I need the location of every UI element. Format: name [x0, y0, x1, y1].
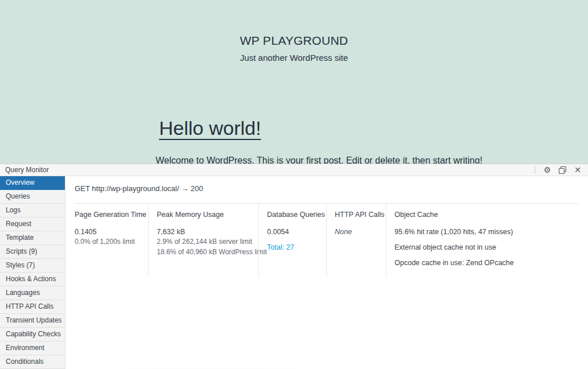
wordpress-site-front-page: WP PLAYGROUND Just another WordPress sit… — [0, 0, 588, 164]
panel-position-glyph — [559, 166, 566, 174]
tab-scripts[interactable]: Scripts (9) — [0, 245, 65, 259]
post-title-link[interactable]: Hello world! — [159, 117, 261, 139]
page-generation-time-limit: 0.0% of 1,200s limit — [75, 237, 140, 247]
page-generation-time-heading: Page Generation Time — [75, 211, 140, 219]
actions-separator — [535, 166, 535, 174]
panel-position-icon[interactable] — [556, 165, 568, 175]
panel-actions: ⚙ ✕ — [535, 164, 583, 176]
peak-memory-usage-value: 7,632 kB — [157, 227, 250, 237]
peak-memory-wp-limit: 18.6% of 40,960 kB WordPress limit — [157, 247, 250, 257]
database-queries-cell: Database Queries 0.0054 Total: 27 — [258, 204, 326, 277]
tab-http-api-calls[interactable]: HTTP API Calls — [0, 300, 65, 314]
http-api-calls-value: None — [335, 227, 378, 237]
bottom-shadow — [77, 356, 588, 369]
tab-capability-checks[interactable]: Capability Checks — [0, 328, 65, 341]
page-generation-time-cell: Page Generation Time 0.1405 0.0% of 1,20… — [75, 204, 148, 277]
tab-hooks-actions[interactable]: Hooks & Actions — [0, 273, 65, 286]
panel-title: Query Monitor — [5, 166, 49, 174]
peak-memory-server-limit: 2.9% of 262,144 kB server limit — [157, 237, 250, 247]
settings-icon[interactable]: ⚙ — [541, 165, 554, 175]
tab-queries[interactable]: Queries — [0, 190, 65, 204]
request-summary: GET http://wp-playground.local/ → 200 — [65, 176, 588, 199]
close-icon[interactable]: ✕ — [572, 165, 583, 175]
tab-template[interactable]: Template — [0, 231, 65, 245]
database-queries-heading: Database Queries — [267, 211, 318, 219]
object-cache-cell: Object Cache 95.6% hit rate (1,020 hits,… — [386, 204, 579, 277]
overview-table: Page Generation Time 0.1405 0.0% of 1,20… — [75, 204, 579, 277]
tab-logs[interactable]: Logs — [0, 204, 65, 217]
tab-request[interactable]: Request — [0, 217, 65, 231]
post-excerpt: Welcome to WordPress. This is your first… — [156, 156, 523, 164]
page-generation-time-value: 0.1405 — [75, 227, 140, 237]
query-monitor-titlebar: Query Monitor ⚙ ✕ — [0, 164, 588, 176]
http-api-calls-cell: HTTP API Calls None — [326, 204, 386, 277]
tab-environment[interactable]: Environment — [0, 341, 65, 355]
tab-conditionals[interactable]: Conditionals — [0, 355, 65, 369]
tab-overview[interactable]: Overview — [0, 176, 65, 190]
site-title: WP PLAYGROUND — [0, 34, 588, 48]
database-queries-total-link[interactable]: Total: 27 — [267, 243, 294, 251]
http-api-calls-heading: HTTP API Calls — [335, 211, 378, 219]
query-monitor-panel: Query Monitor ⚙ ✕ Overview Queries Logs — [0, 164, 588, 369]
object-cache-hit-rate: 95.6% hit rate (1,020 hits, 47 misses) — [394, 227, 571, 237]
object-cache-opcode: Opcode cache in use: Zend OPcache — [394, 258, 571, 268]
overview-panel: GET http://wp-playground.local/ → 200 Pa… — [65, 176, 588, 369]
object-cache-heading: Object Cache — [394, 211, 571, 219]
tab-languages[interactable]: Languages — [0, 286, 65, 300]
peak-memory-usage-heading: Peak Memory Usage — [157, 211, 250, 219]
tab-styles[interactable]: Styles (7) — [0, 259, 65, 273]
database-queries-time: 0.0054 — [267, 227, 318, 237]
peak-memory-usage-cell: Peak Memory Usage 7,632 kB 2.9% of 262,1… — [148, 204, 258, 277]
tab-transient-updates[interactable]: Transient Updates — [0, 314, 65, 328]
site-tagline: Just another WordPress site — [0, 53, 588, 63]
query-monitor-sidebar: Overview Queries Logs Request Template S… — [0, 176, 65, 369]
object-cache-external: External object cache not in use — [394, 242, 571, 253]
query-monitor-body: Overview Queries Logs Request Template S… — [0, 176, 588, 369]
screen: WP PLAYGROUND Just another WordPress sit… — [0, 0, 588, 369]
